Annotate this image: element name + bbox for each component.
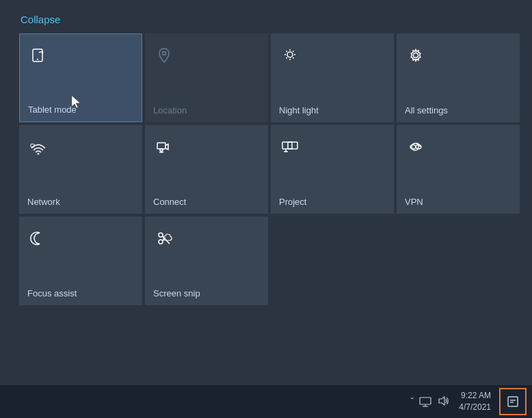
- clock-time: 9:22 AM: [461, 390, 491, 402]
- tile-connect-label: Connect: [153, 197, 260, 207]
- tile-tablet-mode[interactable]: Tablet mode: [19, 33, 142, 122]
- tile-focus-assist[interactable]: Focus assist: [19, 217, 142, 305]
- tile-screen-snip[interactable]: Screen snip: [145, 217, 268, 305]
- tile-vpn-label: VPN: [405, 197, 511, 207]
- tablet-mode-icon: [29, 46, 49, 68]
- svg-point-23: [410, 145, 416, 149]
- tile-location-label: Location: [153, 105, 260, 115]
- svg-line-10: [293, 51, 293, 52]
- tile-network[interactable]: Network: [19, 125, 142, 214]
- svg-rect-29: [420, 398, 431, 404]
- taskbar: ˇ 9:22 AM 4/7/2021: [0, 385, 532, 418]
- notification-center-button[interactable]: [499, 388, 527, 415]
- project-icon: [280, 137, 300, 159]
- svg-line-9: [293, 57, 293, 58]
- tile-all-settings[interactable]: All settings: [397, 33, 520, 122]
- taskbar-network-icon[interactable]: [419, 395, 431, 409]
- svg-rect-32: [508, 397, 518, 406]
- gear-icon: [406, 46, 425, 68]
- tile-focus-assist-label: Focus assist: [27, 288, 134, 298]
- tile-connect[interactable]: Connect: [145, 125, 268, 214]
- action-center: Collapse Tablet mode Location: [0, 0, 532, 418]
- network-icon: [29, 137, 48, 159]
- tile-empty-1: [271, 217, 394, 305]
- tile-vpn[interactable]: VPN: [397, 125, 520, 214]
- clock-date: 4/7/2021: [459, 402, 491, 413]
- tile-tablet-mode-label: Tablet mode: [28, 104, 133, 115]
- svg-point-12: [414, 53, 418, 58]
- tile-all-settings-label: All settings: [405, 105, 511, 115]
- svg-rect-15: [157, 143, 165, 149]
- svg-point-2: [163, 52, 166, 55]
- tile-network-label: Network: [27, 197, 134, 207]
- vpn-icon: [406, 137, 425, 159]
- night-light-icon: [280, 46, 300, 68]
- volume-icon[interactable]: [437, 395, 449, 409]
- collapse-button[interactable]: Collapse: [0, 0, 81, 33]
- svg-rect-20: [288, 142, 297, 149]
- svg-point-3: [287, 52, 293, 57]
- svg-point-1: [37, 59, 38, 60]
- chevron-up-icon[interactable]: ˇ: [411, 396, 414, 407]
- tile-empty-2: [397, 217, 520, 305]
- svg-rect-19: [282, 142, 292, 149]
- tile-location[interactable]: Location: [145, 33, 268, 122]
- tile-project-label: Project: [279, 197, 386, 207]
- tile-screen-snip-label: Screen snip: [153, 288, 260, 298]
- location-icon: [155, 46, 174, 68]
- svg-line-11: [287, 57, 287, 58]
- tile-night-light-label: Night light: [279, 105, 386, 115]
- quick-actions-grid: Tablet mode Location: [0, 33, 532, 305]
- screen-snip-icon: [155, 229, 174, 251]
- focus-assist-icon: [29, 229, 48, 251]
- connect-icon: [155, 137, 174, 159]
- clock[interactable]: 9:22 AM 4/7/2021: [459, 390, 491, 413]
- svg-rect-16: [160, 149, 163, 151]
- svg-line-8: [287, 51, 287, 52]
- tile-project[interactable]: Project: [271, 125, 394, 214]
- tile-night-light[interactable]: Night light: [271, 33, 394, 122]
- svg-point-13: [38, 153, 40, 155]
- taskbar-system-icons: ˇ: [411, 395, 450, 409]
